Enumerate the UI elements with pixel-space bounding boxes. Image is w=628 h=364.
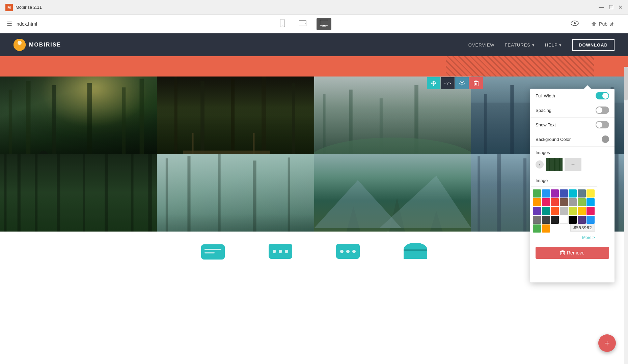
svg-point-78 — [285, 250, 288, 253]
desktop-view-button[interactable] — [317, 18, 331, 30]
svg-rect-88 — [475, 83, 476, 85]
color-swatch[interactable] — [560, 198, 568, 206]
color-swatch[interactable] — [569, 189, 577, 198]
color-swatch[interactable] — [542, 198, 550, 206]
color-swatch[interactable] — [533, 189, 541, 198]
color-swatch[interactable] — [533, 198, 541, 206]
color-swatch[interactable] — [542, 224, 550, 233]
titlebar-left: M Mobirise 2.11 — [5, 4, 42, 11]
spacing-toggle[interactable] — [596, 107, 609, 114]
color-swatch[interactable] — [569, 207, 577, 215]
spacing-label: Spacing — [536, 108, 551, 113]
color-swatch[interactable] — [560, 216, 568, 224]
svg-rect-5 — [305, 23, 306, 24]
hex-value-display: #553982 — [570, 224, 595, 232]
device-switcher — [276, 17, 331, 31]
svg-rect-22 — [174, 77, 178, 154]
svg-rect-39 — [510, 85, 514, 154]
color-swatch[interactable] — [551, 198, 559, 206]
svg-rect-44 — [4, 154, 6, 232]
nav-overview[interactable]: OVERVIEW — [468, 42, 495, 48]
toolbar: ☰ index.html — [0, 15, 628, 33]
background-color-picker[interactable] — [602, 135, 609, 143]
full-width-toggle[interactable] — [596, 92, 609, 99]
svg-rect-7 — [323, 25, 325, 26]
remove-button-container: Remove — [530, 243, 615, 262]
remove-block-button[interactable]: Remove — [536, 247, 609, 259]
minimize-button[interactable]: — — [599, 4, 604, 10]
svg-rect-99 — [560, 251, 565, 252]
color-swatch[interactable] — [586, 189, 595, 198]
scrollbar-track[interactable] — [624, 67, 628, 364]
image-thumbnails: ‹ + — [536, 158, 609, 171]
publish-button[interactable]: Publish — [584, 19, 621, 29]
nav-features[interactable]: FEATURES ▾ — [505, 42, 535, 48]
images-label: Images — [536, 150, 609, 155]
svg-rect-47 — [57, 154, 60, 232]
block-delete-button[interactable] — [469, 77, 483, 89]
block-settings-button[interactable] — [455, 77, 469, 89]
maximize-button[interactable]: ☐ — [609, 4, 613, 10]
svg-rect-14 — [0, 77, 157, 154]
app-title: Mobirise 2.11 — [16, 5, 42, 10]
color-swatch[interactable] — [560, 189, 568, 198]
color-swatch[interactable] — [569, 216, 577, 224]
svg-rect-15 — [9, 90, 12, 154]
nav-help[interactable]: HELP ▾ — [545, 42, 562, 48]
close-button[interactable]: ✕ — [618, 4, 623, 10]
color-swatch[interactable] — [542, 207, 550, 215]
color-swatch[interactable] — [533, 224, 541, 233]
color-swatch[interactable] — [551, 207, 559, 215]
color-swatch[interactable] — [542, 216, 550, 224]
svg-rect-65 — [497, 154, 500, 232]
color-swatch[interactable] — [569, 198, 577, 206]
svg-rect-27 — [183, 151, 270, 154]
color-swatch[interactable] — [533, 207, 541, 215]
menu-button[interactable]: ☰ — [7, 20, 12, 28]
color-swatch[interactable] — [578, 216, 586, 224]
color-swatch[interactable] — [578, 198, 586, 206]
gallery-cell-5 — [0, 154, 157, 232]
mobile-view-button[interactable] — [276, 17, 289, 31]
color-swatch[interactable] — [586, 207, 595, 215]
svg-rect-23 — [200, 81, 204, 154]
color-swatch[interactable] — [551, 189, 559, 198]
color-swatch[interactable] — [551, 216, 559, 224]
svg-rect-8 — [322, 26, 326, 27]
svg-rect-85 — [404, 249, 427, 251]
svg-rect-50 — [131, 154, 134, 232]
nav-links: OVERVIEW FEATURES ▾ HELP ▾ DOWNLOAD — [468, 39, 615, 51]
svg-rect-69 — [615, 154, 618, 232]
more-colors-link[interactable]: More > — [533, 234, 595, 241]
svg-rect-56 — [253, 160, 256, 232]
svg-rect-24 — [231, 79, 235, 154]
svg-rect-45 — [18, 154, 21, 232]
svg-point-82 — [352, 250, 356, 253]
color-swatch[interactable] — [533, 216, 541, 224]
color-swatch[interactable] — [542, 189, 550, 198]
tablet-view-button[interactable] — [296, 18, 310, 31]
svg-point-81 — [346, 250, 350, 253]
add-block-button[interactable]: + — [598, 334, 616, 352]
color-swatch[interactable] — [560, 207, 568, 215]
svg-rect-16 — [26, 81, 31, 154]
block-move-button[interactable] — [427, 77, 440, 89]
svg-point-76 — [273, 250, 276, 253]
nav-download-btn[interactable]: DOWNLOAD — [572, 39, 615, 51]
svg-rect-19 — [122, 87, 126, 154]
current-file: index.html — [16, 21, 37, 27]
images-prev-button[interactable]: ‹ — [536, 160, 544, 169]
preview-button[interactable] — [571, 20, 579, 28]
show-text-toggle[interactable] — [596, 121, 609, 128]
svg-rect-90 — [474, 81, 479, 82]
color-swatch[interactable] — [586, 198, 595, 206]
block-code-button[interactable]: </> — [441, 77, 455, 89]
add-icon: + — [604, 338, 610, 348]
image-thumb-1[interactable] — [546, 158, 563, 171]
color-swatch[interactable] — [586, 216, 595, 224]
color-swatch[interactable] — [578, 189, 586, 198]
color-swatch[interactable] — [578, 207, 586, 215]
svg-rect-93 — [549, 158, 550, 171]
scrollbar-thumb[interactable] — [624, 67, 628, 100]
image-thumb-2[interactable]: + — [565, 158, 581, 171]
